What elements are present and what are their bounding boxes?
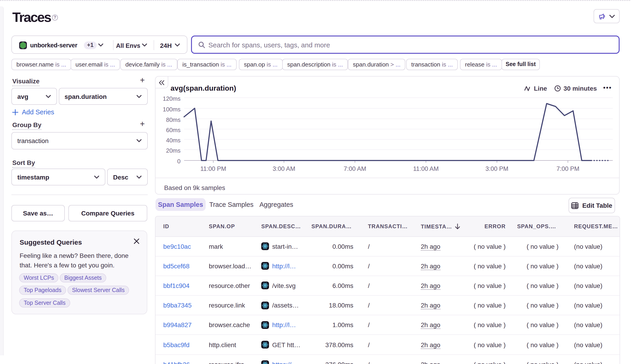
svg-text:7:00 PM: 7:00 PM <box>556 165 579 172</box>
svg-text:11:00 AM: 11:00 AM <box>413 165 439 172</box>
svg-text:60ms: 60ms <box>166 127 181 134</box>
svg-text:100ms: 100ms <box>163 106 181 113</box>
svg-text:80ms: 80ms <box>166 116 181 123</box>
svg-text:3:00 AM: 3:00 AM <box>273 165 295 172</box>
svg-text:7:00 AM: 7:00 AM <box>344 165 366 172</box>
svg-text:20ms: 20ms <box>166 147 181 154</box>
svg-text:120ms: 120ms <box>163 95 181 102</box>
svg-text:11:00 PM: 11:00 PM <box>200 165 226 172</box>
svg-text:3:00 PM: 3:00 PM <box>486 165 509 172</box>
svg-text:40ms: 40ms <box>166 137 181 144</box>
svg-text:0: 0 <box>177 158 181 165</box>
